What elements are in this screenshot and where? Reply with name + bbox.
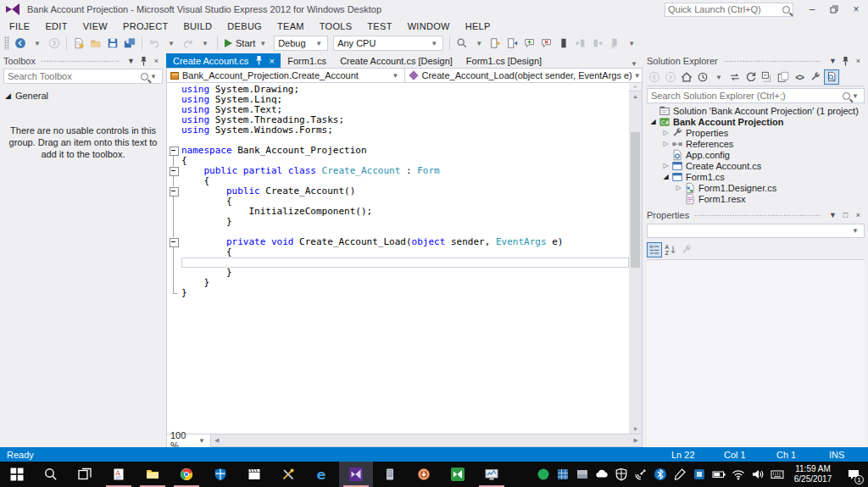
maximize-icon[interactable]: □ [839,211,852,219]
undo-dropdown[interactable]: ▼ [163,35,180,52]
outline-collapse-icon[interactable] [167,166,181,176]
close-icon[interactable]: × [852,211,865,219]
code-line[interactable]: } [167,268,629,278]
code-text[interactable]: } [181,217,629,227]
menu-debug[interactable]: DEBUG [220,20,270,32]
touch-keyboard[interactable] [767,462,787,487]
intel-graphics[interactable] [689,462,709,487]
start-button[interactable] [0,462,34,487]
defender-tray[interactable] [611,462,631,487]
se-sync-with-active-document-button[interactable] [727,69,743,85]
mobile-device-app[interactable] [373,462,407,487]
zoom-level-combo[interactable]: 100 % ▼ [167,434,211,447]
start-debug-button[interactable]: Start ▼ [221,35,271,52]
expanded-triangle-icon[interactable]: ◢ [648,118,658,125]
menu-view[interactable]: VIEW [75,20,115,32]
properties-node[interactable]: ▷Properties [647,127,865,138]
collapsed-triangle-icon[interactable]: ▷ [661,162,670,169]
download-app[interactable] [407,462,441,487]
taskbar-clock[interactable]: 11:59 AM 6/25/2017 [787,462,839,487]
close-tab-icon[interactable]: × [266,56,277,66]
volume[interactable] [748,462,767,487]
quick-launch-box[interactable] [665,3,793,17]
action-center-button[interactable]: 1 [839,462,868,487]
toolbar-overflow[interactable]: ▼ [623,35,640,52]
se-scope-dropdown[interactable]: ▼ [711,69,726,85]
toolbox-search-input[interactable] [8,71,141,81]
app-config-node[interactable]: App.config [647,149,865,160]
tab-create-account-cs[interactable]: Create Account.cs× [166,53,281,68]
toggle-bookmark-button[interactable] [555,35,572,52]
code-line[interactable]: } [167,217,629,227]
hangouts[interactable] [533,462,553,487]
toolbox-group-general[interactable]: ◢ General [3,89,163,102]
scroll-right-arrow[interactable]: ▶ [631,437,642,444]
references-node[interactable]: ▷References [647,138,865,149]
code-text[interactable]: public Create_Account() [181,186,629,196]
menu-test[interactable]: TEST [359,20,399,32]
horizontal-scrollbar[interactable]: ◀ ▶ [211,434,642,446]
code-text[interactable]: InitializeComponent(); [181,207,629,217]
collapsed-triangle-icon[interactable]: ▷ [674,184,683,191]
code-text[interactable]: private void Create_Account_Load(object … [181,237,629,247]
menu-tools[interactable]: TOOLS [312,20,360,32]
bluetooth[interactable] [650,462,670,487]
menu-file[interactable]: FILE [2,20,37,32]
close-icon[interactable]: × [852,57,865,65]
tab-list-dropdown-icon[interactable]: ▼ [626,60,643,68]
code-line[interactable]: namespace Bank_Account_Projection [167,146,629,156]
solution-platform-combo[interactable]: Any CPU ▼ [333,36,443,51]
code-line[interactable]: private void Create_Account_Load(object … [167,237,629,247]
find-dropdown[interactable]: ▼ [470,35,487,52]
navigate-back-dropdown[interactable]: ▼ [29,35,46,52]
restore-button[interactable] [824,2,844,17]
edge[interactable]: e [305,462,339,487]
scroll-down-arrow[interactable]: ▼ [632,424,638,434]
redo-dropdown[interactable]: ▼ [197,35,214,52]
task-view[interactable] [68,462,102,487]
code-text[interactable]: public partial class Create_Account : Fo… [181,166,629,176]
satellite[interactable] [631,462,650,487]
properties-object-combo[interactable]: ▼ [647,224,865,238]
uncomment-selection-button[interactable] [538,35,555,52]
se-preview-selected-items-button[interactable] [824,69,839,85]
code-line[interactable]: InitializeComponent(); [167,207,629,217]
code-text[interactable]: } [181,268,629,278]
windows-defender[interactable] [203,462,237,487]
navigate-forward-button[interactable] [46,35,63,52]
vertical-scrollbar[interactable]: ÷ ▲ ▼ [629,83,642,434]
code-text[interactable]: } [181,278,629,288]
solution-explorer-search-input[interactable] [651,91,843,101]
props-categorized-button[interactable] [647,242,662,257]
scrollbar-thumb[interactable] [631,132,640,268]
system-monitor[interactable] [475,462,509,487]
properties-header[interactable]: Properties ▼ □ × [647,208,865,223]
menu-help[interactable]: HELP [458,20,498,32]
menu-window[interactable]: WINDOW [400,20,458,32]
visual-studio[interactable] [339,462,373,487]
visual-studio-green[interactable] [441,462,475,487]
code-line[interactable]: } [167,278,629,288]
window-position-icon[interactable]: ▼ [826,211,839,219]
save-button[interactable] [104,35,121,52]
toolbar-grip[interactable] [4,36,9,50]
code-text[interactable]: { [181,247,629,257]
menu-project[interactable]: PROJECT [115,20,175,32]
collapsed-triangle-icon[interactable]: ▷ [661,129,670,136]
expanded-triangle-icon[interactable]: ◢ [661,173,670,180]
code-text[interactable]: using System.Windows.Forms; [181,125,629,136]
outline-collapse-icon[interactable] [167,186,181,196]
navigate-back-button[interactable] [12,35,29,52]
code-line[interactable]: } [167,288,629,298]
solution-explorer-search[interactable]: ▼ [647,88,865,103]
form1-resx-node[interactable]: Form1.resx [647,193,865,204]
close-icon[interactable]: × [150,57,163,65]
outline-collapse-icon[interactable] [167,146,181,156]
code-text[interactable]: namespace Bank_Account_Projection [181,146,629,156]
battery[interactable] [709,462,728,487]
gray-window-app[interactable] [572,462,592,487]
solution-explorer-sync-button[interactable] [487,35,504,52]
create-account-cs-node[interactable]: ▷Create Account.cs [647,160,865,171]
solution-explorer-header[interactable]: Solution Explorer ▼ × [647,53,865,69]
code-line[interactable] [167,257,629,268]
